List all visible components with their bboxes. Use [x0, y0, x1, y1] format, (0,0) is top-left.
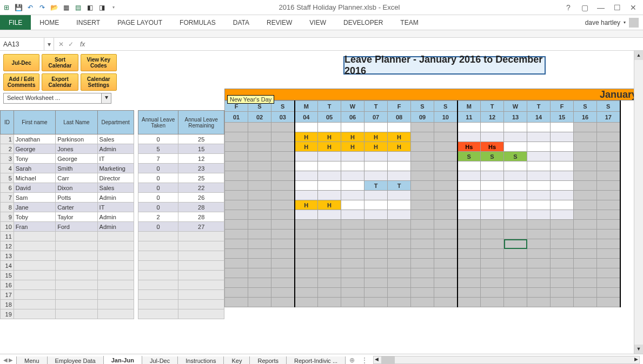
calendar-cell[interactable]: [597, 268, 620, 278]
calendar-row[interactable]: HHHHH: [225, 132, 620, 142]
calendar-cell[interactable]: [318, 123, 341, 132]
calendar-cell[interactable]: [574, 200, 597, 210]
calendar-cell[interactable]: H: [295, 132, 318, 142]
calendar-cell[interactable]: [341, 171, 364, 181]
table-row[interactable]: 5MichaelCarrDirector025: [1, 173, 224, 183]
fx-icon[interactable]: fx: [78, 41, 87, 48]
ribbon-tab-developer[interactable]: DEVELOPER: [335, 15, 392, 30]
calendar-cell[interactable]: [318, 210, 341, 220]
calendar-cell[interactable]: Hs: [481, 142, 504, 152]
calendar-cell[interactable]: [411, 200, 434, 210]
calendar-cell[interactable]: [434, 268, 458, 278]
calendar-cell[interactable]: [551, 123, 574, 132]
calendar-cell[interactable]: [341, 259, 364, 268]
add-sheet-icon[interactable]: ⊕: [345, 356, 359, 364]
calendar-cell[interactable]: [248, 249, 271, 259]
calendar-cell[interactable]: S: [481, 152, 504, 161]
calendar-cell[interactable]: [597, 161, 620, 171]
calendar-cell[interactable]: [574, 268, 597, 278]
name-box[interactable]: AA13: [0, 38, 44, 50]
calendar-cell[interactable]: [574, 123, 597, 132]
calendar-cell[interactable]: [597, 123, 620, 132]
calendar-cell[interactable]: [504, 239, 527, 249]
calendar-cell[interactable]: [364, 171, 388, 181]
calendar-cell[interactable]: [574, 230, 597, 239]
calendar-cell[interactable]: [388, 288, 411, 298]
calendar-cell[interactable]: [504, 181, 527, 191]
calendar-cell[interactable]: [364, 191, 388, 200]
table-row[interactable]: 17: [1, 290, 224, 300]
calendar-row[interactable]: [225, 191, 620, 200]
calendar-cell[interactable]: [481, 191, 504, 200]
calendar-cell[interactable]: [504, 171, 527, 181]
calendar-cell[interactable]: [574, 152, 597, 161]
calendar-cell[interactable]: [318, 288, 341, 298]
ribbon-tab-formulas[interactable]: FORMULAS: [171, 15, 224, 30]
calendar-cell[interactable]: [551, 132, 574, 142]
calendar-cell[interactable]: [271, 132, 295, 142]
calendar-cell[interactable]: [411, 220, 434, 230]
calendar-row[interactable]: [225, 210, 620, 220]
table-row[interactable]: 11: [1, 232, 224, 241]
calendar-cell[interactable]: [434, 171, 458, 181]
calendar-cell[interactable]: [481, 239, 504, 249]
calendar-cell[interactable]: [481, 200, 504, 210]
formula-input[interactable]: [91, 38, 643, 50]
vertical-scrollbar[interactable]: ▲ ▼: [634, 51, 643, 354]
enter-formula-icon[interactable]: ✓: [68, 41, 74, 48]
calendar-cell[interactable]: [574, 161, 597, 171]
calendar-cell[interactable]: [248, 152, 271, 161]
calendar-cell[interactable]: [527, 171, 551, 181]
open-icon[interactable]: 📂: [50, 3, 58, 12]
table-row[interactable]: 4SarahSmithMarketing023: [1, 164, 224, 173]
macro-btn-export[interactable]: Export Calendar: [42, 73, 78, 91]
calendar-cell[interactable]: [271, 249, 295, 259]
table-row[interactable]: 10FranFordAdmin027: [1, 222, 224, 232]
sheet-tab[interactable]: Key: [223, 356, 250, 364]
table-row[interactable]: 6DavidDixonSales022: [1, 183, 224, 193]
calendar-cell[interactable]: [341, 210, 364, 220]
table-row[interactable]: 19: [1, 309, 224, 319]
calendar-cell[interactable]: [271, 171, 295, 181]
calendar-cell[interactable]: [434, 230, 458, 239]
calendar-cell[interactable]: [225, 191, 248, 200]
horizontal-scrollbar[interactable]: ◀ ▶: [373, 356, 640, 364]
calendar-cell[interactable]: [225, 123, 248, 132]
calendar-cell[interactable]: [318, 268, 341, 278]
calendar-cell[interactable]: [411, 268, 434, 278]
table-row[interactable]: 9TobyTaylorAdmin228: [1, 212, 224, 222]
calendar-cell[interactable]: [458, 161, 481, 171]
calendar-cell[interactable]: [597, 220, 620, 230]
calendar-cell[interactable]: [248, 200, 271, 210]
calendar-row[interactable]: [225, 298, 620, 307]
calendar-row[interactable]: [225, 161, 620, 171]
cancel-formula-icon[interactable]: ✕: [58, 41, 64, 48]
calendar-cell[interactable]: H: [295, 200, 318, 210]
calendar-cell[interactable]: [551, 298, 574, 307]
calendar-cell[interactable]: [248, 191, 271, 200]
calendar-cell[interactable]: H: [295, 142, 318, 152]
calendar-cell[interactable]: [458, 230, 481, 239]
calendar-cell[interactable]: [411, 142, 434, 152]
calendar-cell[interactable]: [527, 230, 551, 239]
calendar-cell[interactable]: [527, 278, 551, 288]
calendar-cell[interactable]: [527, 288, 551, 298]
minimize-icon[interactable]: —: [595, 2, 606, 13]
calendar-cell[interactable]: [551, 171, 574, 181]
calendar-cell[interactable]: [527, 142, 551, 152]
ribbon-display-icon[interactable]: ▢: [579, 2, 590, 13]
calendar-cell[interactable]: [225, 220, 248, 230]
macro-btn-sort[interactable]: Sort Calendar: [42, 54, 78, 71]
table-icon[interactable]: ▦: [62, 3, 70, 12]
calendar-cell[interactable]: [434, 298, 458, 307]
calendar-cell[interactable]: [295, 268, 318, 278]
calendar-cell[interactable]: [225, 298, 248, 307]
calendar-cell[interactable]: [248, 259, 271, 268]
calendar-cell[interactable]: [434, 259, 458, 268]
calendar-cell[interactable]: [597, 132, 620, 142]
table-row[interactable]: 8JaneCarterIT028: [1, 203, 224, 212]
calendar-cell[interactable]: [341, 181, 364, 191]
calendar-cell[interactable]: [225, 142, 248, 152]
sheet-tab[interactable]: Jul-Dec: [142, 356, 178, 364]
calendar-cell[interactable]: [574, 132, 597, 142]
